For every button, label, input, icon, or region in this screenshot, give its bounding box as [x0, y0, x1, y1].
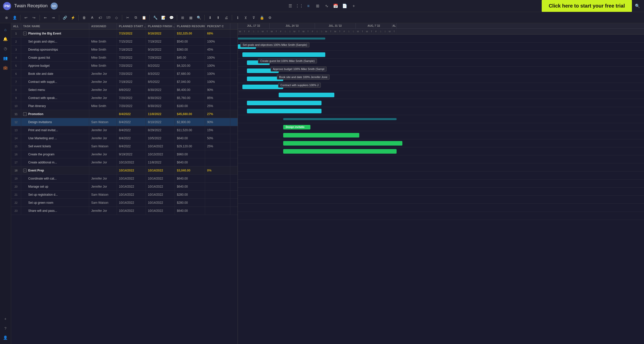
font-btn[interactable]: A	[89, 14, 96, 21]
table-row[interactable]: 23Share wifi and pass...Jennifer Jor10/1…	[11, 207, 238, 215]
grid-view-icon[interactable]: ⊞	[314, 3, 321, 10]
download-btn[interactable]: ⬇	[207, 14, 214, 21]
table-row[interactable]: 10Plan itineraryMike Smith7/20/20228/30/…	[11, 102, 238, 110]
undo-btn[interactable]: ↩	[22, 14, 29, 21]
gantt-bar[interactable]	[283, 118, 397, 120]
filter3-btn[interactable]: ⊻	[242, 14, 249, 21]
gantt-bar[interactable]	[247, 77, 283, 81]
pm-logo-icon[interactable]: PM	[3, 2, 11, 10]
cell-task: Use Marketing and ...	[21, 134, 89, 142]
milestone-btn[interactable]: ◇	[113, 14, 120, 21]
table-row[interactable]: 16Create the programJennifer Jor9/19/202…	[11, 150, 238, 158]
file-view-icon[interactable]: 📄	[341, 3, 348, 10]
redo-btn[interactable]: ↪	[30, 14, 38, 21]
funnel-btn[interactable]: ⊽	[250, 14, 257, 21]
delete-btn[interactable]: 🗑	[81, 14, 88, 21]
group-toggle-icon[interactable]: −	[23, 32, 27, 35]
unlink-btn[interactable]: ⚡	[69, 14, 76, 21]
gantt-bar[interactable]	[283, 149, 397, 154]
table-row[interactable]: 2Set goals and objec...Mike Smith7/15/20…	[11, 38, 238, 46]
outdent-btn[interactable]: ⇐	[42, 14, 49, 21]
lock-btn[interactable]: 🔒	[258, 14, 265, 21]
table-row[interactable]: 3Develop sponsorshipsMike Smith7/18/2022…	[11, 46, 238, 54]
sidebar-notifications-icon[interactable]: 🔔	[1, 35, 10, 43]
gantt-view-icon[interactable]: ⋮⋮	[296, 3, 303, 10]
grid-area[interactable]: ALL TASK NAME ASSIGNED PLANNED START ...…	[11, 23, 238, 344]
table-row[interactable]: 15Sell event ticketsSam Watson8/4/202210…	[11, 142, 238, 150]
gantt-bar[interactable]: Design invitatio	[283, 125, 310, 129]
sidebar-clock-icon[interactable]: ◷	[1, 44, 10, 53]
table-row[interactable]: 20Manage set upJennifer Jor10/14/202210/…	[11, 183, 238, 191]
gantt-bar[interactable]	[283, 141, 402, 146]
add-user-btn[interactable]: 👤	[11, 14, 18, 21]
gantt-bar[interactable]	[247, 109, 321, 113]
gantt-area[interactable]: JUL, 17 '22JUL, 24 '22JUL, 31 '22AUG, 7 …	[238, 23, 644, 344]
table-row[interactable]: 8Select menuJennifer Jor8/8/20228/30/202…	[11, 86, 238, 94]
table-row[interactable]: 18−Event Prep10/14/202210/14/2022$3,040.…	[11, 166, 238, 175]
table-row[interactable]: 17Create additional m...Jennifer Jor10/1…	[11, 158, 238, 166]
search-icon[interactable]: 🔍	[634, 3, 641, 10]
cell-resource: $2,800.00	[175, 118, 205, 126]
link-btn[interactable]: 🔗	[61, 14, 68, 21]
table-row[interactable]: 21Set up registration d...Sam Watson10/1…	[11, 191, 238, 199]
table-row[interactable]: 5Approve budgetMike Smith7/20/20228/2/20…	[11, 62, 238, 70]
table3-btn[interactable]: ▦	[187, 14, 194, 21]
calendar-view-icon[interactable]: 📅	[332, 3, 339, 10]
add-task-btn[interactable]: ⊕	[3, 14, 10, 21]
paste-btn[interactable]: 📋	[140, 14, 147, 21]
indent-btn[interactable]: ⇒	[50, 14, 57, 21]
gantt-bar[interactable]	[247, 68, 279, 73]
upload-btn[interactable]: ⬆	[215, 14, 222, 21]
table-row[interactable]: 13Print and mail invitat...Jennifer Jor8…	[11, 126, 238, 134]
add-view-icon[interactable]: +	[350, 3, 357, 10]
gantt-bar[interactable]	[279, 93, 334, 97]
cell-task: −Event Prep	[21, 166, 89, 174]
wrench-btn[interactable]: 🔧	[152, 14, 159, 21]
cut-btn[interactable]: ✂	[124, 14, 131, 21]
cell-resource: $360.00	[175, 46, 205, 53]
table-row[interactable]: 14Use Marketing and ...Jennifer Jor8/4/2…	[11, 134, 238, 142]
zoom2-btn[interactable]: 🔍	[195, 14, 202, 21]
list-view-icon[interactable]: ≡	[305, 3, 312, 10]
grid2-btn[interactable]: ⊞	[179, 14, 186, 21]
copy-btn[interactable]: ⧉	[132, 14, 139, 21]
table-row[interactable]: 7Contract with suppli...Jennifer Jor7/19…	[11, 78, 238, 86]
table-row[interactable]: 9Contract with speak...Jennifer Jor7/20/…	[11, 94, 238, 102]
sidebar-user-avatar-icon[interactable]: 👤	[1, 333, 10, 342]
gantt-bar[interactable]	[283, 133, 359, 137]
table-row[interactable]: 11−Promotion8/4/202211/8/2022$45,680.002…	[11, 110, 238, 118]
gantt-bar[interactable]	[247, 101, 321, 105]
sidebar-briefcase-icon[interactable]: 💼	[1, 63, 10, 72]
comment-btn[interactable]: 💬	[168, 14, 175, 21]
table-row[interactable]: 22Set up green roomSam Watson10/14/20221…	[11, 199, 238, 207]
group-toggle-icon[interactable]: −	[23, 169, 27, 172]
cell-resource: $180.00	[175, 102, 205, 110]
notes-btn[interactable]: 📝	[160, 14, 167, 21]
gantt-bar[interactable]	[242, 85, 283, 89]
sidebar-add-project-icon[interactable]: +	[1, 314, 10, 323]
table-row[interactable]: 12Design invitationsSam Watson8/4/20228/…	[11, 118, 238, 126]
table-row[interactable]: 6Book site and dateJennifer Jor7/20/2022…	[11, 70, 238, 78]
sidebar-help-icon[interactable]: ?	[1, 324, 10, 332]
gantt-bar[interactable]	[247, 60, 270, 65]
gantt-bar[interactable]	[238, 44, 256, 49]
settings-btn[interactable]: ⚙	[266, 14, 273, 21]
number-btn[interactable]: 123	[105, 14, 112, 21]
table-row[interactable]: 4Create guest listMike Smith7/20/20227/2…	[11, 54, 238, 62]
print-btn[interactable]: 🖨	[223, 14, 230, 21]
chart-view-icon[interactable]: ∿	[323, 3, 330, 10]
cell-finish: 10/5/2022	[146, 134, 175, 142]
table-row[interactable]: 19Coordinate with cat...Jennifer Jor10/1…	[11, 175, 238, 183]
gantt-bar[interactable]	[242, 52, 325, 57]
sidebar-home-icon[interactable]: ⌂	[1, 25, 10, 34]
gantt-day-cell: T	[297, 29, 301, 34]
hamburger-icon[interactable]: ☰	[287, 3, 294, 10]
trial-banner[interactable]: Click here to start your free trial	[542, 0, 632, 12]
info-btn[interactable]: ℹ	[234, 14, 241, 21]
sidebar-team-icon[interactable]: 👥	[1, 54, 10, 62]
table-row[interactable]: 1−Planning the Big Event7/15/20229/16/20…	[11, 29, 238, 38]
tag-btn[interactable]: 🏷	[97, 14, 104, 21]
group-toggle-icon[interactable]: −	[23, 112, 27, 116]
cell-resource: $640.00	[175, 183, 205, 190]
gantt-bar[interactable]	[238, 38, 325, 40]
